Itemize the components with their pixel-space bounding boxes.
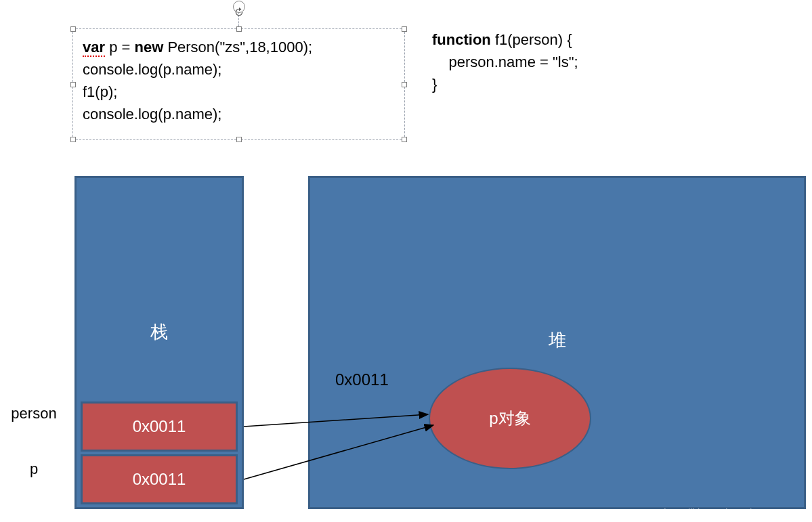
heap-object-label: p对象 — [489, 408, 530, 429]
code-line-4: console.log(p.name); — [83, 103, 395, 125]
heap-memory-block: 堆 p对象 — [308, 176, 806, 509]
code-block-right: function f1(person) { person.name = "ls"… — [432, 28, 578, 95]
stack-label: 栈 — [77, 320, 242, 344]
code-line-1: var p = new Person("zs",18,1000); — [83, 36, 395, 58]
code-line-3: } — [432, 73, 578, 95]
resize-handle-icon[interactable] — [236, 137, 242, 142]
keyword-new: new — [134, 39, 163, 56]
code-line-3: f1(p); — [83, 81, 395, 103]
resize-handle-icon[interactable] — [402, 82, 407, 87]
stack-slot-p: 0x0011 — [81, 454, 238, 504]
heap-label: 堆 — [310, 328, 804, 352]
resize-handle-icon[interactable] — [70, 137, 76, 142]
resize-handle-icon[interactable] — [402, 26, 407, 32]
code-line-2: person.name = "ls"; — [432, 51, 578, 73]
heap-object-p: p对象 — [429, 368, 591, 469]
code-line-2: console.log(p.name); — [83, 58, 395, 81]
rotate-handle-icon[interactable] — [233, 1, 245, 13]
variable-label-p: p — [0, 460, 68, 478]
resize-handle-icon[interactable] — [236, 26, 242, 32]
stack-slot-person-value: 0x0011 — [133, 417, 186, 436]
code-block-left[interactable]: var p = new Person("zs",18,1000); consol… — [72, 28, 405, 140]
code-line-1: function f1(person) { — [432, 28, 578, 51]
heap-address-label: 0x0011 — [335, 370, 389, 389]
stack-memory-block: 栈 0x0011 0x0011 — [74, 176, 244, 509]
watermark: https://blog.csdn.net/qq_39043923 — [664, 507, 809, 518]
resize-handle-icon[interactable] — [70, 26, 76, 32]
resize-handle-icon[interactable] — [402, 137, 407, 142]
resize-handle-icon[interactable] — [70, 82, 76, 87]
variable-label-person: person — [0, 405, 68, 422]
stack-slot-person: 0x0011 — [81, 401, 238, 452]
stack-slot-p-value: 0x0011 — [133, 470, 186, 489]
keyword-var: var — [83, 39, 105, 57]
keyword-function: function — [432, 31, 491, 48]
